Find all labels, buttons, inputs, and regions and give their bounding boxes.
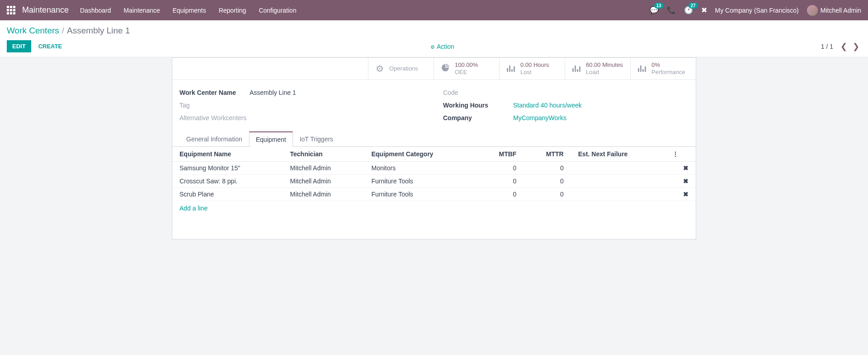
equipment-table: Equipment Name Technician Equipment Cate… [172,147,696,201]
add-line-link[interactable]: Add a line [179,205,208,212]
delete-row-icon[interactable]: ✖ [665,175,696,188]
cell-technician[interactable]: Mitchell Admin [283,175,364,188]
stat-perf-value: 0% [651,61,685,69]
tabs: General Information Equipment IoT Trigge… [172,131,696,147]
value-working-hours[interactable]: Standard 40 hours/week [513,102,582,109]
pager-prev-icon[interactable]: ❮ [839,42,849,51]
breadcrumb-current: Assembly Line 1 [67,26,130,36]
value-company[interactable]: MyCompanyWorks [513,114,566,121]
stat-oee-label: OEE [455,69,478,76]
messages-badge: 13 [654,3,664,9]
stat-lost[interactable]: 0.00 Hours Lost [499,58,565,79]
label-working-hours: Working Hours [443,101,513,109]
delete-row-icon[interactable]: ✖ [665,162,696,175]
stat-load[interactable]: 60.00 Minutes Load [565,58,630,79]
activities-button[interactable]: 🕐 27 [684,6,693,14]
delete-row-icon[interactable]: ✖ [665,188,696,201]
cell-mttr[interactable]: 0 [524,188,571,201]
tab-iot-triggers[interactable]: IoT Triggers [293,131,340,147]
apps-icon[interactable] [7,6,15,14]
stat-performance[interactable]: 0% Performance [630,58,696,79]
stat-lost-label: Lost [520,69,549,76]
th-next-failure[interactable]: Est. Next Failure [571,147,665,162]
th-equipment-category[interactable]: Equipment Category [364,147,476,162]
table-row[interactable]: Scrub Plane Mitchell Admin Furniture Too… [172,188,696,201]
label-alt-workcenters: Alternative Workcenters [179,113,250,121]
bar-chart-icon [506,64,516,74]
activities-badge: 27 [689,3,698,9]
pie-chart-icon [440,63,450,75]
stat-oee-value: 100.00% [455,61,478,69]
tab-equipment[interactable]: Equipment [249,131,293,147]
company-switcher[interactable]: My Company (San Francisco) [715,7,799,14]
stat-perf-label: Performance [651,69,685,76]
value-work-center-name[interactable]: Assembly Line 1 [250,88,425,96]
cell-equipment-name[interactable]: Samsung Monitor 15" [172,162,283,175]
field-work-center-name: Work Center Name Assembly Line 1 [179,88,425,96]
label-tag: Tag [179,101,250,109]
edit-button[interactable]: EDIT [7,40,31,52]
user-menu[interactable]: Mitchell Admin [807,5,861,16]
nav-configuration[interactable]: Configuration [259,7,296,14]
cell-mttr[interactable]: 0 [524,175,571,188]
table-row[interactable]: Samsung Monitor 15" Mitchell Admin Monit… [172,162,696,175]
stat-load-label: Load [586,69,623,76]
control-panel: Work Centers / Assembly Line 1 EDIT CREA… [0,20,868,57]
messages-button[interactable]: 💬 13 [650,6,659,14]
th-equipment-name[interactable]: Equipment Name [172,147,283,162]
th-mttr[interactable]: MTTR [524,147,571,162]
cell-mtbf[interactable]: 0 [476,162,524,175]
cell-mtbf[interactable]: 0 [476,175,524,188]
stat-operations[interactable]: ⚙ Operations [368,58,434,79]
form-sheet: ⚙ Operations 100.00% OEE 0.00 Hours Lost [172,57,696,239]
user-name: Mitchell Admin [821,7,861,14]
top-nav: Maintenance Dashboard Maintenance Equipm… [0,0,868,20]
th-mtbf[interactable]: MTBF [476,147,524,162]
tab-general-information[interactable]: General Information [179,131,249,147]
nav-reporting[interactable]: Reporting [219,7,246,14]
pager-count[interactable]: 1 / 1 [821,43,833,50]
th-options-icon[interactable]: ⋮ [665,147,696,162]
cell-mttr[interactable]: 0 [524,162,571,175]
create-button[interactable]: CREATE [37,40,64,52]
cell-technician[interactable]: Mitchell Admin [283,162,364,175]
cell-equipment-name[interactable]: Crosscut Saw: 8 ppi. [172,175,283,188]
value-tag[interactable] [250,101,425,109]
nav-menu: Dashboard Maintenance Equipments Reporti… [80,7,649,14]
nav-dashboard[interactable]: Dashboard [80,7,111,14]
cell-category[interactable]: Furniture Tools [364,188,476,201]
avatar [807,5,818,16]
table-row[interactable]: Crosscut Saw: 8 ppi. Mitchell Admin Furn… [172,175,696,188]
value-alt-workcenters[interactable] [250,113,425,121]
bar-chart-icon [637,64,647,74]
debug-button[interactable]: ✖ [701,6,707,14]
cell-technician[interactable]: Mitchell Admin [283,188,364,201]
breadcrumb-sep: / [62,26,64,36]
cell-next-failure[interactable] [571,162,665,175]
stat-oee[interactable]: 100.00% OEE [434,58,499,79]
cell-category[interactable]: Monitors [364,162,476,175]
pager-next-icon[interactable]: ❯ [851,42,861,51]
cell-mtbf[interactable]: 0 [476,188,524,201]
cell-category[interactable]: Furniture Tools [364,175,476,188]
field-alt-workcenters: Alternative Workcenters [179,113,425,121]
gear-icon: ⚙ [375,63,385,74]
nav-maintenance[interactable]: Maintenance [124,7,160,14]
cell-next-failure[interactable] [571,188,665,201]
bar-chart-icon [571,64,581,74]
th-technician[interactable]: Technician [283,147,364,162]
field-tag: Tag [179,101,425,109]
stat-load-value: 60.00 Minutes [586,61,623,69]
cell-next-failure[interactable] [571,175,665,188]
breadcrumb-parent[interactable]: Work Centers [7,26,59,36]
phone-button[interactable]: 📞 [667,6,676,14]
app-title[interactable]: Maintenance [22,5,69,15]
action-menu[interactable]: Action [430,43,454,50]
label-company: Company [443,113,513,121]
stat-lost-value: 0.00 Hours [520,61,549,69]
value-code[interactable] [513,88,689,96]
nav-equipments[interactable]: Equipments [173,7,206,14]
stat-operations-label: Operations [389,65,418,72]
field-working-hours: Working Hours Standard 40 hours/week [443,101,689,109]
cell-equipment-name[interactable]: Scrub Plane [172,188,283,201]
